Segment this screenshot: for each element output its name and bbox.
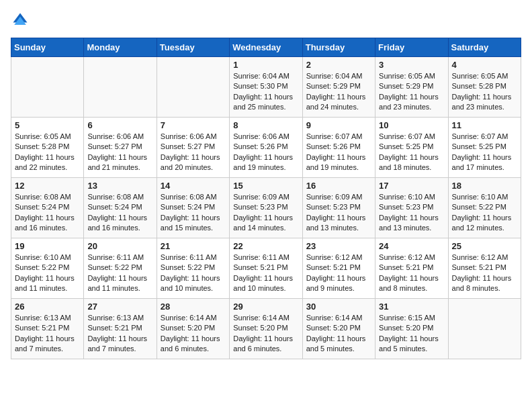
cell-text: Sunset: 5:22 PM xyxy=(452,202,517,212)
day-number: 10 xyxy=(379,120,444,130)
cell-text: Daylight: 11 hours and 25 minutes. xyxy=(233,92,298,113)
cell-text: Sunrise: 6:11 AM xyxy=(161,253,226,263)
cell-text: Sunset: 5:21 PM xyxy=(15,323,80,333)
cell-text: Sunrise: 6:09 AM xyxy=(233,192,298,202)
calendar-cell: 15Sunrise: 6:09 AMSunset: 5:23 PMDayligh… xyxy=(230,178,302,238)
cell-text: Sunrise: 6:06 AM xyxy=(161,132,226,142)
cell-text: Sunset: 5:21 PM xyxy=(306,263,371,273)
cell-text: Daylight: 11 hours and 8 minutes. xyxy=(379,273,444,294)
cell-text: Sunset: 5:27 PM xyxy=(87,142,152,152)
cell-text: Sunrise: 6:08 AM xyxy=(87,192,152,202)
cell-text: Daylight: 11 hours and 7 minutes. xyxy=(87,334,152,355)
calendar-cell: 3Sunrise: 6:05 AMSunset: 5:29 PMDaylight… xyxy=(375,57,448,118)
calendar-cell: 16Sunrise: 6:09 AMSunset: 5:23 PMDayligh… xyxy=(302,178,375,238)
cell-text: Sunset: 5:21 PM xyxy=(452,263,517,273)
calendar-cell: 26Sunrise: 6:13 AMSunset: 5:21 PMDayligh… xyxy=(11,299,84,359)
day-number: 8 xyxy=(233,120,298,130)
calendar-cell: 11Sunrise: 6:07 AMSunset: 5:25 PMDayligh… xyxy=(448,118,521,178)
day-number: 2 xyxy=(306,60,371,70)
cell-text: Daylight: 11 hours and 5 minutes. xyxy=(306,334,371,355)
calendar-header-row: SundayMondayTuesdayWednesdayThursdayFrid… xyxy=(11,38,521,57)
calendar-cell: 8Sunrise: 6:06 AMSunset: 5:26 PMDaylight… xyxy=(230,118,302,178)
logo xyxy=(11,11,32,30)
cell-text: Daylight: 11 hours and 23 minutes. xyxy=(379,92,444,113)
cell-text: Daylight: 11 hours and 16 minutes. xyxy=(87,213,152,234)
cell-text: Sunset: 5:20 PM xyxy=(233,323,298,333)
cell-text: Sunrise: 6:07 AM xyxy=(452,132,517,142)
calendar-cell: 19Sunrise: 6:10 AMSunset: 5:22 PMDayligh… xyxy=(11,238,84,299)
calendar-cell: 12Sunrise: 6:08 AMSunset: 5:24 PMDayligh… xyxy=(11,178,84,238)
day-number: 18 xyxy=(452,181,517,191)
day-number: 5 xyxy=(15,120,80,130)
cell-text: Sunrise: 6:04 AM xyxy=(233,71,298,81)
cell-text: Daylight: 11 hours and 5 minutes. xyxy=(379,334,444,355)
cell-text: Sunrise: 6:06 AM xyxy=(87,132,152,142)
calendar-cell xyxy=(11,57,84,118)
cell-text: Daylight: 11 hours and 23 minutes. xyxy=(452,92,517,113)
cell-text: Sunset: 5:29 PM xyxy=(306,81,371,91)
day-number: 28 xyxy=(161,302,226,312)
calendar-cell: 20Sunrise: 6:11 AMSunset: 5:22 PMDayligh… xyxy=(84,238,157,299)
calendar-table: SundayMondayTuesdayWednesdayThursdayFrid… xyxy=(11,38,521,359)
cell-text: Sunrise: 6:07 AM xyxy=(306,132,371,142)
day-number: 3 xyxy=(379,60,444,70)
day-header-tuesday: Tuesday xyxy=(157,38,229,57)
day-number: 26 xyxy=(15,302,80,312)
cell-text: Sunrise: 6:14 AM xyxy=(233,313,298,323)
cell-text: Sunrise: 6:13 AM xyxy=(87,313,152,323)
calendar-cell: 31Sunrise: 6:15 AMSunset: 5:20 PMDayligh… xyxy=(375,299,448,359)
day-number: 11 xyxy=(452,120,517,130)
calendar-cell: 13Sunrise: 6:08 AMSunset: 5:24 PMDayligh… xyxy=(84,178,157,238)
logo-icon xyxy=(11,11,30,30)
calendar-cell xyxy=(448,299,521,359)
day-number: 20 xyxy=(87,241,152,251)
calendar-cell: 29Sunrise: 6:14 AMSunset: 5:20 PMDayligh… xyxy=(230,299,302,359)
day-header-monday: Monday xyxy=(84,38,157,57)
cell-text: Daylight: 11 hours and 11 minutes. xyxy=(15,273,80,294)
cell-text: Daylight: 11 hours and 19 minutes. xyxy=(233,152,298,173)
week-row-1: 5Sunrise: 6:05 AMSunset: 5:28 PMDaylight… xyxy=(11,118,521,178)
cell-text: Daylight: 11 hours and 22 minutes. xyxy=(15,152,80,173)
cell-text: Daylight: 11 hours and 13 minutes. xyxy=(306,213,371,234)
cell-text: Sunrise: 6:04 AM xyxy=(306,71,371,81)
cell-text: Sunset: 5:21 PM xyxy=(379,263,444,273)
calendar-cell: 28Sunrise: 6:14 AMSunset: 5:20 PMDayligh… xyxy=(157,299,229,359)
day-header-wednesday: Wednesday xyxy=(230,38,302,57)
cell-text: Sunrise: 6:10 AM xyxy=(452,192,517,202)
day-number: 23 xyxy=(306,241,371,251)
week-row-2: 12Sunrise: 6:08 AMSunset: 5:24 PMDayligh… xyxy=(11,178,521,238)
cell-text: Sunrise: 6:08 AM xyxy=(161,192,226,202)
cell-text: Sunset: 5:24 PM xyxy=(87,202,152,212)
day-header-thursday: Thursday xyxy=(302,38,375,57)
day-number: 25 xyxy=(452,241,517,251)
cell-text: Daylight: 11 hours and 18 minutes. xyxy=(379,152,444,173)
day-header-friday: Friday xyxy=(375,38,448,57)
cell-text: Daylight: 11 hours and 7 minutes. xyxy=(15,334,80,355)
cell-text: Sunset: 5:30 PM xyxy=(233,81,298,91)
cell-text: Sunrise: 6:07 AM xyxy=(379,132,444,142)
cell-text: Sunset: 5:24 PM xyxy=(161,202,226,212)
cell-text: Sunset: 5:25 PM xyxy=(379,142,444,152)
page-header xyxy=(11,11,521,30)
day-number: 6 xyxy=(87,120,152,130)
cell-text: Daylight: 11 hours and 8 minutes. xyxy=(452,273,517,294)
day-number: 31 xyxy=(379,302,444,312)
day-number: 24 xyxy=(379,241,444,251)
cell-text: Sunset: 5:23 PM xyxy=(233,202,298,212)
cell-text: Sunset: 5:20 PM xyxy=(161,323,226,333)
day-number: 21 xyxy=(161,241,226,251)
cell-text: Sunrise: 6:12 AM xyxy=(379,253,444,263)
cell-text: Sunrise: 6:10 AM xyxy=(15,253,80,263)
cell-text: Sunrise: 6:11 AM xyxy=(233,253,298,263)
cell-text: Sunrise: 6:15 AM xyxy=(379,313,444,323)
calendar-cell: 6Sunrise: 6:06 AMSunset: 5:27 PMDaylight… xyxy=(84,118,157,178)
cell-text: Sunset: 5:20 PM xyxy=(306,323,371,333)
cell-text: Daylight: 11 hours and 12 minutes. xyxy=(452,213,517,234)
calendar-cell: 7Sunrise: 6:06 AMSunset: 5:27 PMDaylight… xyxy=(157,118,229,178)
calendar-cell: 30Sunrise: 6:14 AMSunset: 5:20 PMDayligh… xyxy=(302,299,375,359)
cell-text: Sunset: 5:26 PM xyxy=(306,142,371,152)
cell-text: Sunrise: 6:08 AM xyxy=(15,192,80,202)
cell-text: Daylight: 11 hours and 14 minutes. xyxy=(233,213,298,234)
cell-text: Sunrise: 6:06 AM xyxy=(233,132,298,142)
cell-text: Sunset: 5:26 PM xyxy=(233,142,298,152)
